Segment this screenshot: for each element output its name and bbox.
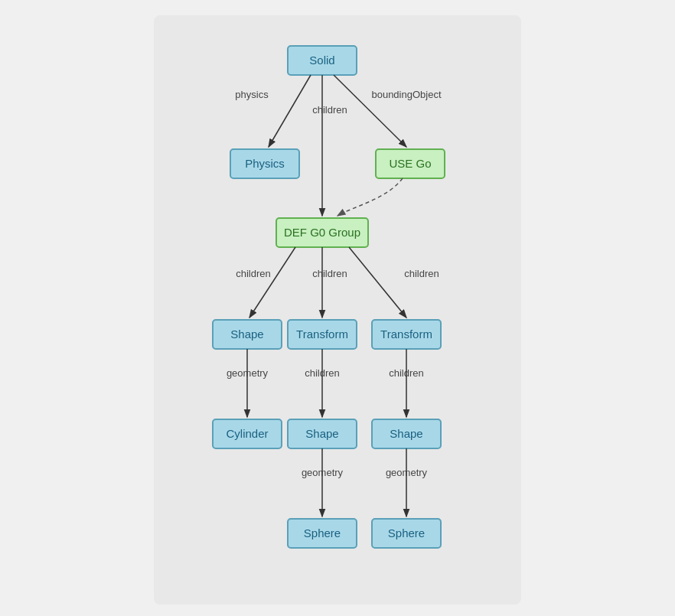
- children-left-arrow: [249, 247, 295, 318]
- shape3-node-label: Shape: [390, 427, 422, 440]
- solid-node-label: Solid: [309, 54, 334, 67]
- children-mid-label: children: [312, 268, 347, 279]
- children-main-label: children: [312, 104, 347, 116]
- use-go-node-label: USE Go: [389, 157, 431, 170]
- diagram-container: Solid physics boundingObject children Ph…: [154, 15, 521, 605]
- sphere1-node-label: Sphere: [304, 526, 341, 539]
- physics-edge-label: physics: [235, 89, 269, 100]
- children-right-arrow: [349, 247, 406, 318]
- physics-node-label: Physics: [245, 157, 285, 170]
- children-left-label: children: [236, 268, 271, 279]
- shape1-node-label: Shape: [230, 328, 263, 341]
- sphere2-node-label: Sphere: [388, 526, 425, 539]
- physics-arrow: [269, 75, 311, 147]
- use-go-dashed-arrow: [338, 178, 403, 216]
- transform1-node-label: Transform: [296, 328, 348, 341]
- children-right-label: children: [404, 268, 439, 279]
- diagram-svg-wrapper: Solid physics boundingObject children Ph…: [169, 31, 506, 589]
- def-g0-node-label: DEF G0 Group: [284, 226, 360, 239]
- transform2-node-label: Transform: [380, 328, 432, 341]
- bounding-edge-label: boundingObject: [371, 89, 441, 100]
- cylinder-node-label: Cylinder: [226, 427, 268, 440]
- shape2-node-label: Shape: [305, 427, 338, 440]
